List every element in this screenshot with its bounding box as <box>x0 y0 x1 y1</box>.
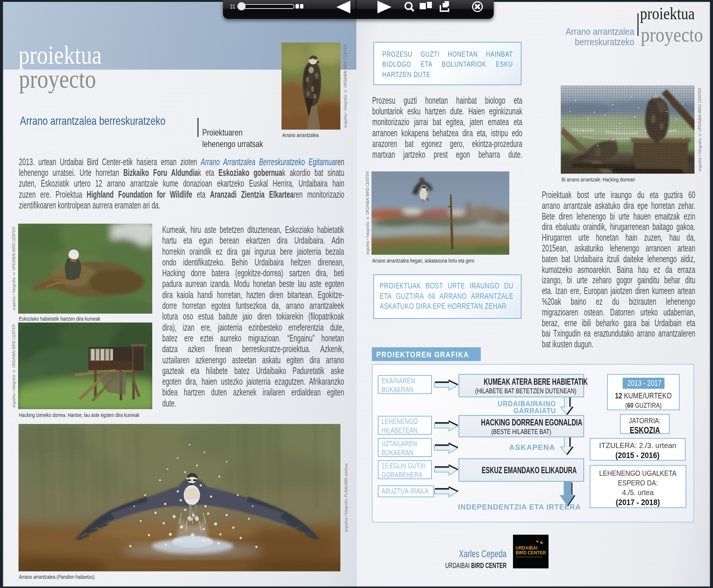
svg-text:URDAIBAI: URDAIBAI <box>516 545 537 551</box>
svg-text:BIRD CENTER: BIRD CENTER <box>516 550 546 555</box>
svg-text:URDAIBAIKO HEGAZTI ZENTROA: URDAIBAIKO HEGAZTI ZENTROA <box>516 556 542 558</box>
